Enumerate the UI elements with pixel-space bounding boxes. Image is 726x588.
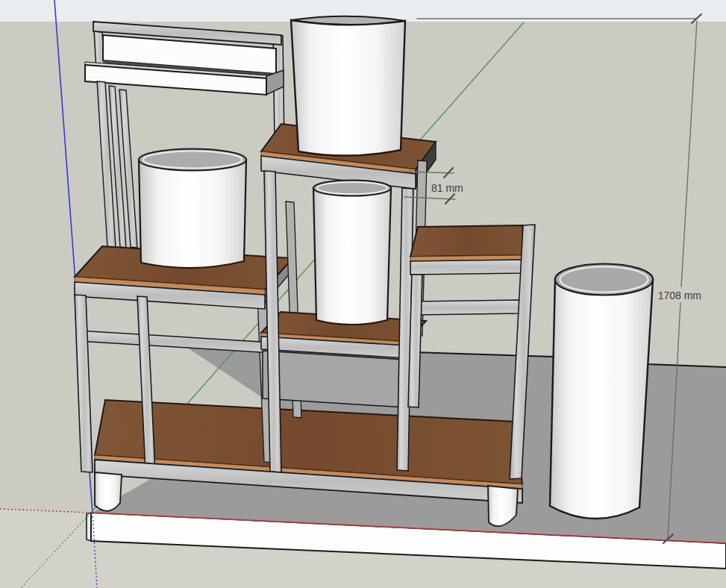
right-table-apron[interactable] [410, 260, 525, 275]
left-cylinder-top[interactable] [139, 149, 246, 171]
right-table-mid-rail[interactable] [415, 300, 521, 315]
big-cylinder-body[interactable] [291, 20, 405, 156]
right-table-wood-top[interactable] [410, 225, 525, 257]
viewport-canvas[interactable]: 1708 mm 81 mm [0, 0, 726, 588]
modeling-viewport: 1708 mm 81 mm [0, 0, 726, 588]
gap-dimension-label[interactable]: 81 mm [431, 182, 463, 194]
left-foot[interactable] [95, 472, 122, 511]
height-dimension-label[interactable]: 1708 mm [658, 290, 701, 301]
left-cylinder-body[interactable] [139, 160, 246, 268]
right-cylinder-top[interactable] [555, 264, 653, 295]
narrow-cylinder-body[interactable] [313, 188, 391, 325]
standalone-cylinder[interactable] [550, 264, 653, 519]
right-cylinder-body[interactable] [550, 279, 653, 519]
under-shelf-shadow-panel [263, 351, 405, 407]
